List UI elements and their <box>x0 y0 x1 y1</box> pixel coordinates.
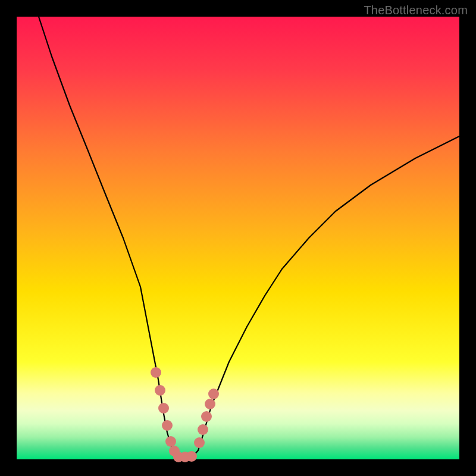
svg-point-2 <box>158 403 169 414</box>
svg-point-4 <box>165 436 176 447</box>
svg-point-12 <box>205 399 215 409</box>
svg-point-10 <box>198 424 208 435</box>
svg-point-3 <box>162 420 173 431</box>
svg-point-13 <box>208 389 219 399</box>
watermark-text: TheBottleneck.com <box>364 4 468 17</box>
svg-point-11 <box>201 411 212 422</box>
svg-point-1 <box>155 385 165 396</box>
chart-frame: TheBottleneck.com <box>0 0 476 476</box>
svg-point-8 <box>186 451 197 462</box>
gradient-area <box>17 17 459 459</box>
bottleneck-chart <box>0 0 476 476</box>
svg-point-9 <box>194 437 205 448</box>
svg-point-0 <box>151 367 161 378</box>
